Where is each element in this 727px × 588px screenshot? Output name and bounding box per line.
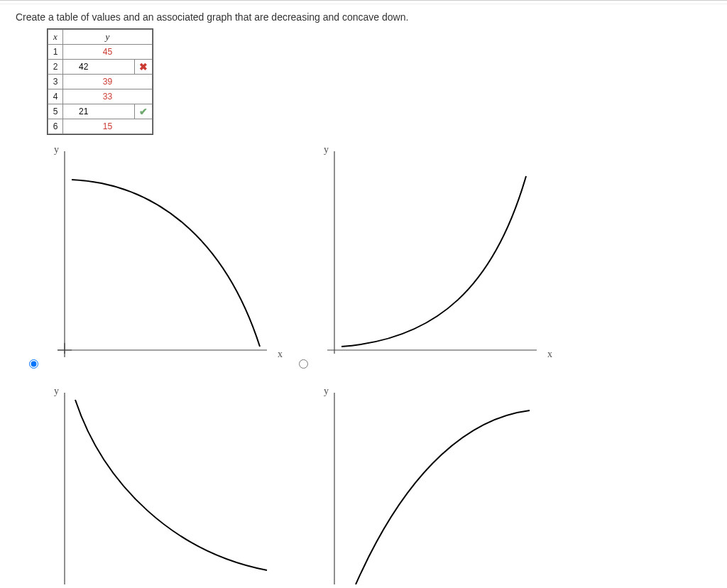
table-row: 2 ✖: [48, 60, 153, 75]
correct-icon: ✔: [139, 106, 148, 117]
graph-option-4[interactable]: y: [317, 386, 579, 584]
graph-plot: [317, 386, 544, 584]
cell-x: 3: [48, 75, 63, 89]
cell-y: 39: [63, 75, 153, 89]
cell-y: 15: [63, 119, 153, 134]
cell-x: 5: [48, 104, 63, 119]
axis-y-label: y: [54, 144, 59, 156]
axis-y-label: y: [54, 386, 59, 397]
cell-x: 4: [48, 89, 63, 104]
graph-option-3[interactable]: y: [47, 386, 310, 584]
axis-y-label: y: [324, 386, 329, 397]
wrong-icon: ✖: [139, 61, 148, 72]
col-header-y: y: [63, 30, 153, 45]
table-row: 1 45: [48, 45, 153, 60]
graph-radio-2[interactable]: [299, 359, 308, 369]
cell-x: 2: [48, 60, 63, 75]
cell-x: 1: [48, 45, 63, 60]
table-row: 3 39: [48, 75, 153, 89]
y-input[interactable]: [77, 60, 123, 73]
question-prompt: Create a table of values and an associat…: [16, 11, 716, 23]
axis-x-label: x: [278, 349, 283, 360]
table-row: 5 ✔: [48, 104, 153, 119]
graph-plot: [47, 144, 274, 364]
cell-y-input: [63, 60, 135, 75]
col-header-x: x: [48, 30, 63, 45]
table-row: 4 33: [48, 89, 153, 104]
table-row: 6 15: [48, 119, 153, 134]
mark-cell: ✔: [135, 104, 153, 119]
graph-plot: [317, 144, 544, 364]
cell-y: 45: [63, 45, 153, 60]
axis-x-label: x: [547, 349, 552, 360]
cell-y: 33: [63, 89, 153, 104]
graph-option-2[interactable]: y x: [317, 144, 579, 371]
graph-plot: [47, 386, 274, 584]
mark-cell: ✖: [135, 60, 153, 75]
cell-y-input: [63, 104, 135, 119]
y-input[interactable]: [77, 105, 123, 118]
axis-y-label: y: [324, 144, 329, 156]
cell-x: 6: [48, 119, 63, 134]
graph-radio-1[interactable]: [29, 359, 38, 369]
graph-option-1[interactable]: y x: [47, 144, 310, 371]
values-table: x y 1 45 2 ✖ 3 39: [47, 28, 153, 135]
